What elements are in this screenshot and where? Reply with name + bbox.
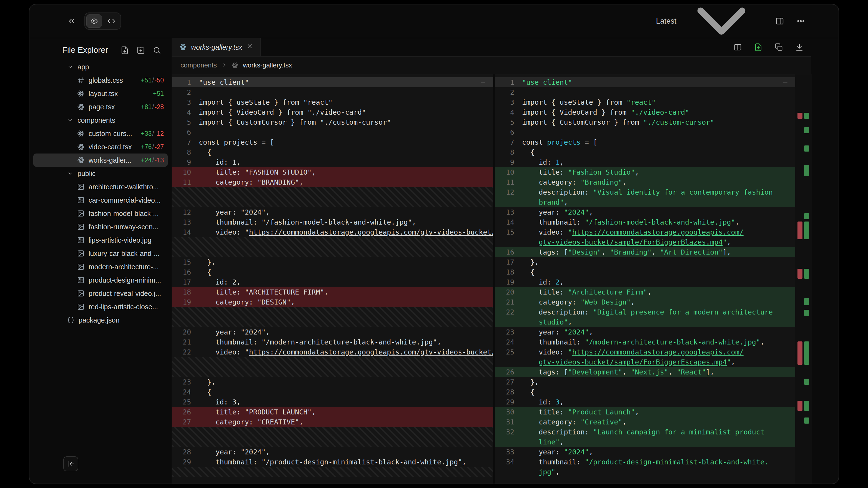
folder-row[interactable]: app — [33, 60, 168, 73]
code-line[interactable]: 10 title: "Fashion Studio", — [495, 167, 795, 177]
code-line[interactable]: 21 thumbnail: "/modern-architecture-blac… — [172, 337, 493, 347]
code-line[interactable]: 29 id: 3, — [495, 397, 795, 407]
code-line[interactable]: 32 description: "Launch campaign for a m… — [495, 427, 795, 437]
code-line[interactable]: 4import { VideoCard } from "./video-card… — [172, 107, 493, 117]
code-line[interactable]: 2 — [172, 87, 493, 97]
code-line[interactable]: 7const projects = [ — [172, 137, 493, 147]
file-row[interactable]: fashion-model-black-... — [33, 207, 168, 220]
code-line[interactable]: 6 — [495, 127, 795, 137]
code-line[interactable]: 19 id: 2, — [495, 277, 795, 287]
code-line[interactable]: 13 thumbnail: "/fashion-model-black-and-… — [172, 217, 493, 227]
tab-works-gallery[interactable]: works-gallery.tsx — [172, 38, 261, 56]
code-line[interactable]: 20 year: "2024", — [172, 327, 493, 337]
code-line[interactable]: 7const projects = [ — [495, 137, 795, 147]
code-line[interactable]: 6 — [172, 127, 493, 137]
collapsed-unchanged-region[interactable] — [172, 427, 493, 447]
code-line[interactable]: 17 id: 2, — [172, 277, 493, 287]
file-row[interactable]: page.tsx+81/-28 — [33, 100, 168, 113]
folder-row[interactable]: components — [33, 113, 168, 127]
collapsed-unchanged-region[interactable] — [172, 187, 493, 207]
code-line[interactable]: 20 title: "Architecture Firm", — [495, 287, 795, 297]
diff-view-button[interactable] — [754, 43, 763, 51]
code-line[interactable]: 5import { CustomCursor } from "./custom-… — [495, 117, 795, 127]
file-row[interactable]: product-design-minim... — [33, 273, 168, 287]
new-folder-button[interactable] — [136, 46, 145, 55]
file-row[interactable]: red-lips-artistic-close... — [33, 300, 168, 314]
code-line[interactable]: 22 description: "Digital presence for a … — [495, 307, 795, 317]
code-line[interactable]: 15 video: "https://commondatastorage.goo… — [495, 227, 795, 237]
breadcrumb-file[interactable]: works-gallery.tsx — [243, 61, 292, 69]
folder-row[interactable]: public — [33, 167, 168, 180]
code-line[interactable]: 11 category: "Branding", — [495, 177, 795, 187]
code-line[interactable]: 1"use client" — [172, 77, 493, 87]
code-toggle-button[interactable] — [103, 14, 119, 28]
more-options-button[interactable] — [796, 17, 805, 26]
code-line[interactable]: 24 thumbnail: "/modern-architecture-blac… — [495, 337, 795, 347]
code-line[interactable]: 4import { VideoCard } from "./video-card… — [495, 107, 795, 117]
preview-toggle-button[interactable] — [86, 14, 102, 28]
code-line[interactable]: 31 category: "Creative", — [495, 417, 795, 427]
code-line[interactable]: 28 { — [495, 387, 795, 397]
search-files-button[interactable] — [153, 46, 161, 55]
code-line[interactable]: 26 tags: ["Development", "Next.js", "Rea… — [495, 367, 795, 377]
code-line[interactable]: 33 year: "2024", — [495, 447, 795, 457]
collapsed-unchanged-region[interactable] — [172, 307, 493, 327]
collapse-panel-button[interactable] — [67, 17, 76, 26]
code-line[interactable]: 14 video: "https://commondatastorage.goo… — [172, 227, 493, 237]
code-line[interactable]: 13 year: "2024", — [495, 207, 795, 217]
code-line[interactable]: 28 year: "2024", — [172, 447, 493, 457]
code-line[interactable]: 19 category: "DESIGN", — [172, 297, 493, 307]
code-line[interactable]: 23 year: "2024", — [495, 327, 795, 337]
code-line[interactable]: 27 }, — [495, 377, 795, 387]
code-line[interactable]: 1"use client" — [495, 77, 795, 87]
code-line[interactable]: 8 { — [172, 147, 493, 157]
code-line[interactable]: 21 category: "Web Design", — [495, 297, 795, 307]
code-line[interactable]: 23 }, — [172, 377, 493, 387]
code-line[interactable]: 12 description: "Visual identity for a c… — [495, 187, 795, 197]
code-line[interactable]: 30 title: "Product Launch", — [495, 407, 795, 417]
code-line[interactable]: 5import { CustomCursor } from "./custom-… — [172, 117, 493, 127]
file-row[interactable]: globals.css+51/-50 — [33, 73, 168, 87]
breadcrumb-folder[interactable]: components — [181, 61, 217, 69]
collapsed-unchanged-region[interactable] — [172, 237, 493, 257]
file-row[interactable]: luxury-car-black-and-... — [33, 247, 168, 260]
diff-minimap[interactable] — [795, 74, 812, 484]
file-row[interactable]: car-commercial-video... — [33, 193, 168, 207]
code-line[interactable]: 18 { — [495, 267, 795, 277]
file-row[interactable]: layout.tsx+51 — [33, 87, 168, 100]
code-line[interactable]: 18 title: "ARCHITECTURE FIRM", — [172, 287, 493, 297]
file-row[interactable]: lips-artistic-video.jpg — [33, 233, 168, 247]
code-line[interactable]: studio", — [495, 317, 795, 327]
code-line[interactable]: 12 year: "2024", — [172, 207, 493, 217]
code-line[interactable]: 29 thumbnail: "/product-design-minimalis… — [172, 457, 493, 467]
code-line[interactable]: gtv-videos-bucket/sample/ForBiggerBlazes… — [495, 237, 795, 247]
code-line[interactable]: 3import { useState } from "react" — [495, 97, 795, 107]
code-line[interactable]: 2 — [495, 87, 795, 97]
collapsed-unchanged-region[interactable] — [172, 467, 493, 477]
close-tab-button[interactable] — [247, 43, 253, 51]
fold-region-icon[interactable] — [782, 79, 788, 87]
code-line[interactable]: 9 id: 1, — [172, 157, 493, 167]
code-line[interactable]: 27 category: "CREATIVE", — [172, 417, 493, 427]
new-file-button[interactable] — [121, 46, 129, 55]
code-line[interactable]: 22 video: "https://commondatastorage.goo… — [172, 347, 493, 357]
file-row[interactable]: fashion-runway-scen... — [33, 220, 168, 233]
code-line[interactable]: 16 tags: ["Design", "Branding", "Art Dir… — [495, 247, 795, 257]
file-row[interactable]: product-reveal-video.j... — [33, 287, 168, 300]
split-view-button[interactable] — [734, 43, 742, 51]
code-line[interactable]: 14 thumbnail: "/fashion-model-black-and-… — [495, 217, 795, 227]
file-row[interactable]: architecture-walkthro... — [33, 180, 168, 193]
file-row[interactable]: works-galler...+24/-13 — [33, 154, 168, 167]
code-line[interactable]: 16 { — [172, 267, 493, 277]
code-line[interactable]: gtv-videos-bucket/sample/ForBiggerEscape… — [495, 357, 795, 367]
code-line[interactable]: 17 }, — [495, 257, 795, 267]
file-row[interactable]: package.json — [33, 314, 168, 327]
code-line[interactable]: 34 thumbnail: "/product-design-minimalis… — [495, 457, 795, 467]
code-line[interactable]: 11 category: "BRANDING", — [172, 177, 493, 187]
code-line[interactable]: jpg", — [495, 467, 795, 477]
code-line[interactable]: 25 id: 3, — [172, 397, 493, 407]
code-line[interactable]: 10 title: "FASHION STUDIO", — [172, 167, 493, 177]
download-file-button[interactable] — [795, 43, 804, 51]
code-line[interactable]: 24 { — [172, 387, 493, 397]
code-line[interactable]: 25 video: "https://commondatastorage.goo… — [495, 347, 795, 357]
